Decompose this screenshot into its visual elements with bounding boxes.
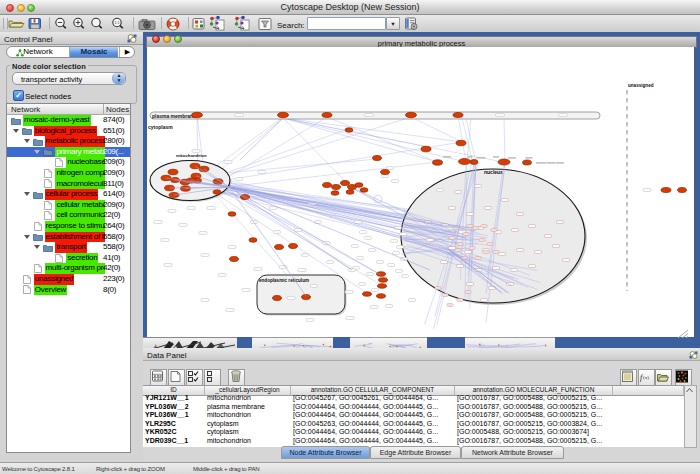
svg-text:nucleus: nucleus: [484, 169, 503, 175]
svg-text:mitochondrion: mitochondrion: [176, 153, 207, 158]
svg-text:unassigned: unassigned: [628, 83, 654, 88]
svg-text:1:1: 1:1: [115, 21, 120, 25]
svg-text:plasma membrane: plasma membrane: [152, 113, 196, 119]
svg-text:endoplasmic reticulum: endoplasmic reticulum: [259, 278, 309, 283]
svg-text:cytoplasm: cytoplasm: [148, 124, 173, 130]
svg-text:(x): (x): [643, 375, 649, 380]
